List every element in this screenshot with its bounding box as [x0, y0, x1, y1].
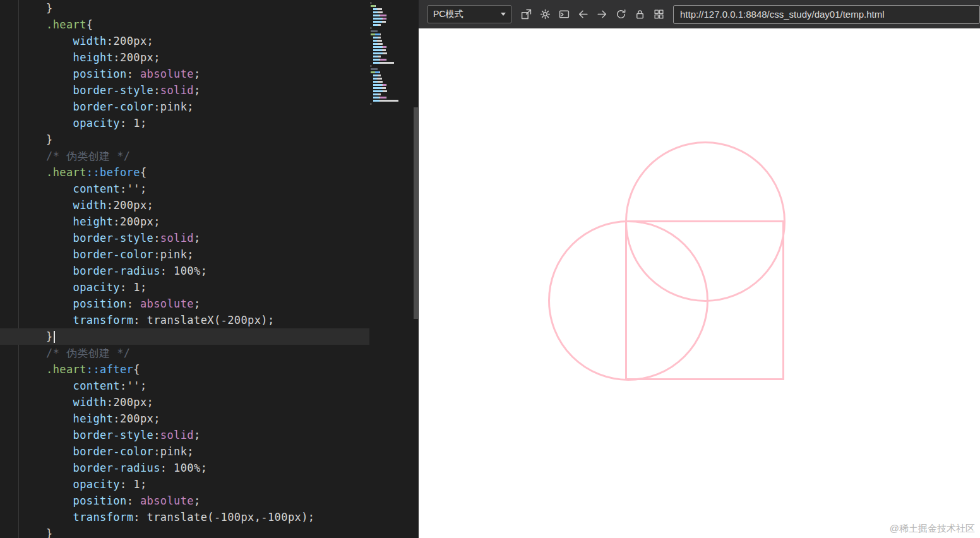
code-line[interactable]: width:200px;	[0, 394, 369, 410]
code-line[interactable]: border-style:solid;	[0, 427, 369, 443]
editor-scrollbar-thumb[interactable]	[414, 107, 418, 319]
code-line[interactable]: }	[0, 525, 369, 538]
code-line[interactable]: opacity: 1;	[0, 476, 369, 493]
watermark-text: @稀土掘金技术社区	[890, 523, 975, 535]
code-line[interactable]: border-style:solid;	[0, 82, 369, 99]
code-line[interactable]: opacity: 1;	[0, 279, 369, 296]
code-line[interactable]: position: absolute;	[0, 493, 369, 509]
code-line[interactable]: .heart::before{	[0, 164, 369, 181]
code-line[interactable]: border-radius: 100%;	[0, 460, 369, 476]
toolbar-icon-group	[517, 5, 668, 24]
browser-toolbar: PC模式	[419, 0, 980, 28]
console-button[interactable]	[554, 5, 573, 24]
code-line[interactable]: .heart{	[0, 16, 369, 33]
code-line[interactable]: .heart::after{	[0, 361, 369, 378]
popout-icon	[521, 9, 532, 20]
code-line[interactable]: }	[0, 328, 369, 345]
browser-preview-panel: PC模式	[419, 0, 980, 538]
code-line[interactable]: position: absolute;	[0, 296, 369, 312]
settings-button[interactable]	[535, 5, 554, 24]
browser-viewport: @稀土掘金技术社区	[419, 28, 980, 538]
back-icon	[578, 9, 589, 20]
code-line[interactable]: border-color:pink;	[0, 99, 369, 115]
code-line[interactable]: }	[0, 131, 369, 148]
refresh-button[interactable]	[611, 5, 630, 24]
code-line[interactable]: width:200px;	[0, 33, 369, 49]
code-line[interactable]: content:'';	[0, 378, 369, 394]
back-button[interactable]	[573, 5, 592, 24]
url-input[interactable]	[673, 5, 980, 24]
refresh-icon	[616, 9, 626, 20]
heart-square	[625, 220, 784, 380]
code-line[interactable]: height:200px;	[0, 49, 369, 66]
forward-button[interactable]	[592, 5, 611, 24]
code-line[interactable]: position: absolute;	[0, 66, 369, 82]
code-line[interactable]: /* 伪类创建 */	[0, 148, 369, 164]
device-mode-select[interactable]: PC模式	[427, 5, 511, 23]
device-mode-label: PC模式	[433, 9, 463, 20]
lock-button[interactable]	[630, 5, 649, 24]
code-line[interactable]: height:200px;	[0, 410, 369, 427]
code-line[interactable]: border-style:solid;	[0, 230, 369, 246]
code-line[interactable]: }	[0, 0, 369, 16]
code-line[interactable]: border-radius: 100%;	[0, 263, 369, 279]
code-line[interactable]: transform: translate(-100px,-100px);	[0, 509, 369, 525]
code-line[interactable]: opacity: 1;	[0, 115, 369, 131]
lock-icon	[635, 9, 645, 20]
code-line[interactable]: height:200px;	[0, 213, 369, 230]
popout-button[interactable]	[517, 5, 535, 24]
code-line[interactable]: border-color:pink;	[0, 246, 369, 263]
minimap[interactable]	[371, 1, 412, 105]
console-icon	[559, 9, 570, 20]
gear-icon	[540, 9, 551, 20]
chevron-down-icon	[501, 13, 506, 16]
grid-icon	[654, 9, 664, 20]
code-line[interactable]: /* 伪类创建 */	[0, 345, 369, 361]
code-line[interactable]: transform: translateX(-200px);	[0, 312, 369, 328]
code-editor-panel: }.heart{ width:200px; height:200px; posi…	[0, 0, 419, 538]
code-line[interactable]: content:'';	[0, 181, 369, 197]
code-line[interactable]: border-color:pink;	[0, 443, 369, 460]
code-line[interactable]: width:200px;	[0, 197, 369, 213]
text-cursor	[54, 331, 55, 343]
code-area[interactable]: }.heart{ width:200px; height:200px; posi…	[0, 0, 369, 538]
grid-button[interactable]	[649, 5, 668, 24]
forward-icon	[597, 9, 607, 20]
